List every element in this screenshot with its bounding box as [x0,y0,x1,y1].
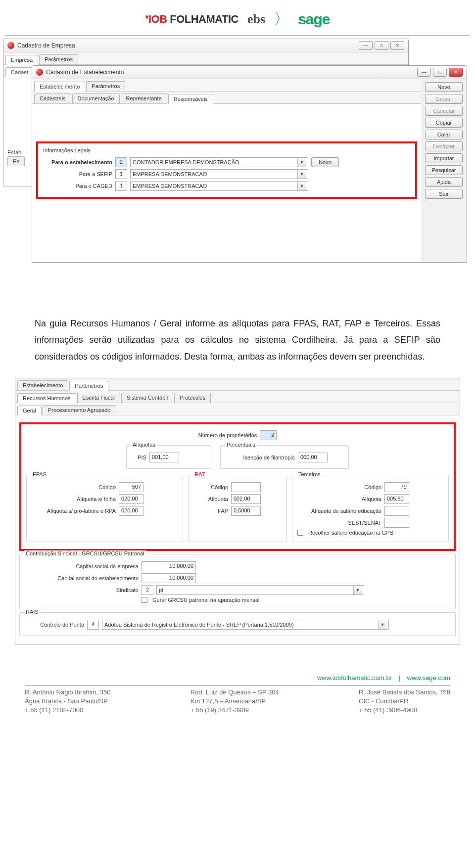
screenshot-stack: Cadastro de Empresa — □ ✕ Empresa Parâme… [3,39,472,301]
input-rat-aliq[interactable]: 002,00 [231,494,261,504]
select-caged-desc[interactable]: EMPRESA DEMONSTRACAO ▼ [130,181,308,191]
input-terc-aliqedu[interactable] [384,506,409,516]
tabs-params-mid: Recursos Humanos Escrita Fiscal Sistema … [15,391,460,403]
colar-button[interactable]: Colar [425,130,463,139]
select-sindicato[interactable]: pl ▼ [156,585,364,595]
group-aliquotas: Alíquotas PIS 001,00 [126,445,210,469]
tab-responsaveis[interactable]: Responsáveis [168,94,213,104]
select-rais[interactable]: Adotou Sistema de Registro Eletrônico de… [102,620,389,630]
select-sefip-text: EMPRESA DEMONSTRACAO [133,171,207,177]
tab-rh[interactable]: Recursos Humanos [17,393,76,403]
select-sefip-desc[interactable]: EMPRESA DEMONSTRACAO ▼ [130,169,308,179]
footer-city: CIC - Curitiba/PR [359,697,450,706]
checkbox-gerar-grcsu[interactable] [142,597,147,603]
select-estab-desc[interactable]: CONTADOR EMPRESA DEMONSTRAÇÃO ▼ [130,157,308,167]
select-sind-text: pl [159,587,163,593]
group-terceiros: Terceiros Código79 Alíquota005,80 Alíquo… [292,475,449,542]
input-rat-fap[interactable]: 0,5000 [231,506,261,516]
legend-terceiros: Terceiros [296,471,323,477]
input-estab-code[interactable]: 2 [115,157,127,167]
label-terc-aliq: Alíquota [297,496,381,502]
highlighted-params: Número de proprietários 2 Alíquotas PIS … [19,422,456,551]
input-cap-est[interactable]: 10.000,00 [142,573,196,583]
label-para-sefip: Para a SEFIP [43,171,112,177]
instruction-paragraph: Na guia Recursos Humanos / Geral informe… [0,301,475,373]
cancelar-button[interactable]: Cancelar [425,106,463,116]
input-terc-sest[interactable] [384,518,409,528]
tab-cadast[interactable]: Cadast [5,67,34,77]
sair-button[interactable]: Sair [425,189,463,199]
ajuda-button[interactable]: Ajuda [425,177,463,187]
label-pis: PIS [132,455,146,460]
input-rat-codigo[interactable] [231,482,261,492]
chevron-down-icon: ▼ [297,170,306,179]
tab-escrita[interactable]: Escrita Fiscal [77,393,120,403]
footer-col1: R. Antônio Nagib Ibrahim, 350 Água Branc… [25,688,110,715]
logo-iob: *IOB FOLHAMATIC [145,13,238,26]
window-body-estab: Informações Legais Para o estabeleciment… [32,104,421,262]
window-title: Cadastro de Estabelecimento [46,69,124,76]
header-rule [5,35,470,36]
input-num-prop[interactable]: 2 [260,430,277,440]
tab-proc-agrupado[interactable]: Processamento Agrupado [43,405,116,415]
input-fpas-aliqfolha[interactable]: 020,00 [119,494,143,504]
legend-rat: RAT [192,471,207,477]
close-button[interactable]: ✕ [390,41,404,50]
desfazer-button[interactable]: Desfazer [425,141,463,151]
input-isencao[interactable]: 000,00 [298,453,328,462]
input-rais-code[interactable]: 4 [87,620,99,630]
input-pis[interactable]: 001,00 [149,453,179,462]
tab-contabil[interactable]: Sistema Contábil [121,393,173,403]
label-cap-emp: Capital social da empresa [25,563,139,569]
footer-link-sage[interactable]: www.sage.com [407,674,450,682]
tab-estabelecimento[interactable]: Estabelecimento [34,82,85,91]
tabs-estab-sub: Cadastrais Documentação Representante Re… [32,91,421,104]
group-rat: RAT Código Alíquota002,00 FAP0,5000 [188,475,287,542]
minimize-button[interactable]: — [417,68,431,77]
input-terc-codigo[interactable]: 79 [384,482,409,492]
footer-phone: + 55 (11) 2188-7000 [25,706,110,715]
tab-parametros-estab[interactable]: Parâmetros [86,81,125,91]
copiar-button[interactable]: Copiar [425,118,463,128]
importar-button[interactable]: Importar [425,153,463,163]
footer-links: www.iobfolhamatic.com.br | www.sage.com [25,674,450,682]
close-button[interactable]: ✕ [449,68,463,77]
input-sefip-code[interactable]: 1 [115,169,127,179]
label-para-caged: Para o CAGED [43,183,112,189]
input-sind-code[interactable]: 2 [142,585,153,595]
tab-geral[interactable]: Geral [17,406,42,415]
maximize-button[interactable]: □ [433,68,447,77]
input-caged-code[interactable]: 1 [115,181,127,191]
label-sindicato: Sindicato [25,587,139,593]
input-fpas-codigo[interactable]: 507 [119,482,143,492]
highlighted-legal-info: Informações Legais Para o estabeleciment… [36,141,417,199]
input-cap-emp[interactable]: 10.000,00 [142,561,196,571]
gravar-button[interactable]: Gravar [425,94,463,104]
tab-cadastrais[interactable]: Cadastrais [34,93,71,103]
tab-empresa[interactable]: Empresa [5,55,38,65]
novo-button[interactable]: Novo [425,82,463,92]
tab-estabelecimento2[interactable]: Estabelecimento [17,380,68,390]
tab-protocolos[interactable]: Protocolos [174,393,211,403]
logo-sage: sage [298,11,330,28]
novo-button-inline[interactable]: Novo [311,157,339,167]
checkbox-recolher[interactable] [297,530,303,536]
select-estab-text: CONTADOR EMPRESA DEMONSTRAÇÃO [133,159,239,165]
label-num-prop: Número de proprietários [198,432,257,438]
tab-parametros-emp[interactable]: Parâmetros [39,54,78,64]
input-terc-aliq[interactable]: 005,80 [384,494,409,504]
label-fpas-aliqfolha: Alíquota s/ folha [32,496,116,502]
tab-documentacao[interactable]: Documentação [72,93,120,103]
input-fpas-aliqpro[interactable]: 020,00 [119,506,143,516]
footer-link-iob[interactable]: www.iobfolhamatic.com.br [317,674,392,682]
footer-city: Km 127,5 – Americana/SP [190,697,279,706]
select-caged-text: EMPRESA DEMONSTRACAO [133,183,207,189]
row-para-estabelecimento: Para o estabelecimento 2 CONTADOR EMPRES… [43,157,410,167]
tab-parametros2[interactable]: Parâmetros [69,381,108,391]
minimize-button[interactable]: — [359,41,373,50]
label-rat-codigo: Código [193,484,228,490]
pesquisar-button[interactable]: Pesquisar [425,165,463,175]
subtab-es[interactable]: Es [7,156,25,166]
tab-representante[interactable]: Representante [121,93,167,103]
maximize-button[interactable]: □ [375,41,388,50]
